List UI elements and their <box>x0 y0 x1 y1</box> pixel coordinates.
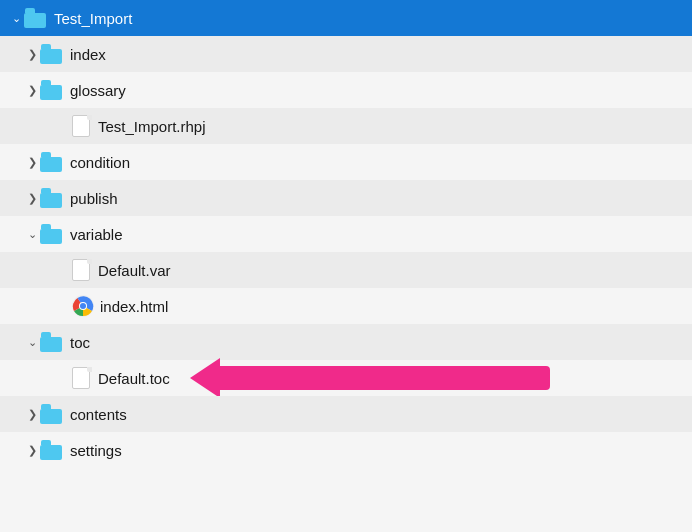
file-icon <box>72 259 92 281</box>
svg-point-3 <box>80 303 86 309</box>
folder-icon <box>40 440 64 460</box>
arrow-annotation <box>190 358 550 398</box>
tree-row-default-toc[interactable]: Default.toc <box>0 360 692 396</box>
file-tree: ⌄ Test_Import ❯ index ❯ glossary Test_Im… <box>0 0 692 532</box>
folder-icon <box>40 152 64 172</box>
chevron-right-icon: ❯ <box>24 442 40 458</box>
folder-icon <box>40 224 64 244</box>
item-label: toc <box>70 334 90 351</box>
chevron-right-icon: ❯ <box>24 406 40 422</box>
folder-icon <box>40 332 64 352</box>
chevron-down-icon: ⌄ <box>8 10 24 26</box>
folder-icon <box>40 44 64 64</box>
tree-row-index-html[interactable]: index.html <box>0 288 692 324</box>
chevron-down-icon: ⌄ <box>24 226 40 242</box>
file-icon <box>72 115 92 137</box>
item-label: Default.toc <box>98 370 170 387</box>
item-label: glossary <box>70 82 126 99</box>
chevron-right-icon: ❯ <box>24 46 40 62</box>
folder-icon <box>24 8 48 28</box>
chevron-right-icon: ❯ <box>24 82 40 98</box>
chrome-icon <box>72 295 94 317</box>
tree-row-contents[interactable]: ❯ contents <box>0 396 692 432</box>
item-label: contents <box>70 406 127 423</box>
tree-row-root[interactable]: ⌄ Test_Import <box>0 0 692 36</box>
folder-icon <box>40 80 64 100</box>
folder-icon <box>40 188 64 208</box>
tree-row-variable[interactable]: ⌄ variable <box>0 216 692 252</box>
item-label: index.html <box>100 298 168 315</box>
tree-row-index[interactable]: ❯ index <box>0 36 692 72</box>
tree-row-publish[interactable]: ❯ publish <box>0 180 692 216</box>
file-icon <box>72 367 92 389</box>
tree-row-condition[interactable]: ❯ condition <box>0 144 692 180</box>
item-label: settings <box>70 442 122 459</box>
item-label: Test_Import.rhpj <box>98 118 206 135</box>
item-label: publish <box>70 190 118 207</box>
tree-row-settings[interactable]: ❯ settings <box>0 432 692 468</box>
tree-row-toc[interactable]: ⌄ toc <box>0 324 692 360</box>
chevron-right-icon: ❯ <box>24 154 40 170</box>
item-label: index <box>70 46 106 63</box>
tree-row-glossary[interactable]: ❯ glossary <box>0 72 692 108</box>
chevron-right-icon: ❯ <box>24 190 40 206</box>
root-label: Test_Import <box>54 10 132 27</box>
chevron-down-icon: ⌄ <box>24 334 40 350</box>
item-label: condition <box>70 154 130 171</box>
item-label: variable <box>70 226 123 243</box>
tree-row-default-var[interactable]: Default.var <box>0 252 692 288</box>
tree-row-rhpj[interactable]: Test_Import.rhpj <box>0 108 692 144</box>
folder-icon <box>40 404 64 424</box>
item-label: Default.var <box>98 262 171 279</box>
